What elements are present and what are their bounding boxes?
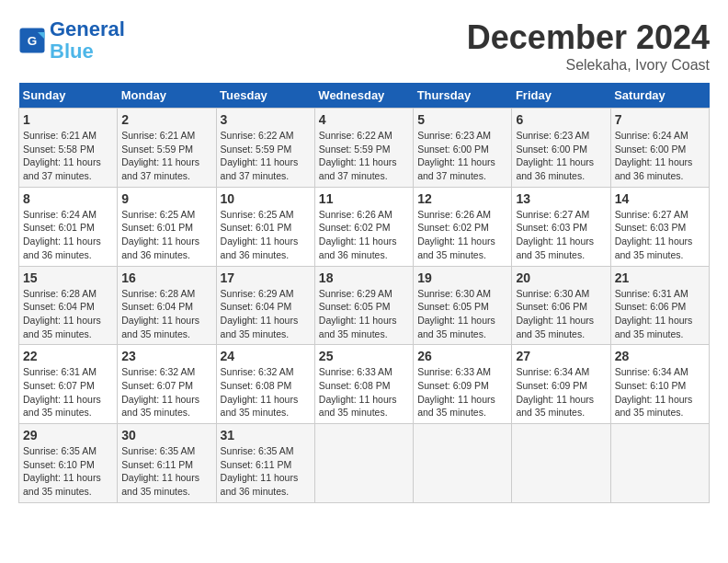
day-info: Sunrise: 6:22 AM Sunset: 5:59 PM Dayligh…	[221, 129, 311, 183]
calendar-week-1: 1Sunrise: 6:21 AM Sunset: 5:58 PM Daylig…	[19, 109, 710, 188]
weekday-header-thursday: Thursday	[414, 83, 512, 109]
day-info: Sunrise: 6:27 AM Sunset: 6:03 PM Dayligh…	[615, 208, 705, 262]
calendar-week-4: 22Sunrise: 6:31 AM Sunset: 6:07 PM Dayli…	[19, 345, 710, 424]
day-cell-20: 20Sunrise: 6:30 AM Sunset: 6:06 PM Dayli…	[512, 266, 610, 345]
day-cell-1: 1Sunrise: 6:21 AM Sunset: 5:58 PM Daylig…	[19, 109, 118, 188]
day-cell-12: 12Sunrise: 6:26 AM Sunset: 6:02 PM Dayli…	[414, 187, 512, 266]
day-cell-25: 25Sunrise: 6:33 AM Sunset: 6:08 PM Dayli…	[314, 345, 413, 424]
day-info: Sunrise: 6:35 AM Sunset: 6:11 PM Dayligh…	[121, 444, 211, 499]
day-number: 19	[417, 270, 507, 285]
day-cell-23: 23Sunrise: 6:32 AM Sunset: 6:07 PM Dayli…	[118, 345, 216, 424]
day-number: 29	[23, 428, 113, 442]
day-number: 8	[23, 191, 113, 206]
title-area: December 2024 Selekaha, Ivory Coast	[467, 18, 710, 74]
day-cell-5: 5Sunrise: 6:23 AM Sunset: 6:00 PM Daylig…	[414, 109, 512, 188]
day-cell-19: 19Sunrise: 6:30 AM Sunset: 6:05 PM Dayli…	[414, 266, 512, 345]
day-number: 21	[615, 270, 705, 285]
day-number: 9	[121, 191, 211, 206]
day-cell-15: 15Sunrise: 6:28 AM Sunset: 6:04 PM Dayli…	[19, 266, 118, 345]
day-number: 5	[417, 112, 507, 127]
day-number: 30	[121, 428, 211, 442]
day-cell-24: 24Sunrise: 6:32 AM Sunset: 6:08 PM Dayli…	[216, 345, 314, 424]
day-number: 20	[516, 270, 606, 285]
day-cell-26: 26Sunrise: 6:33 AM Sunset: 6:09 PM Dayli…	[414, 345, 512, 424]
empty-cell	[512, 424, 610, 503]
day-cell-21: 21Sunrise: 6:31 AM Sunset: 6:06 PM Dayli…	[610, 266, 709, 345]
day-number: 1	[23, 112, 113, 127]
day-info: Sunrise: 6:28 AM Sunset: 6:04 PM Dayligh…	[23, 287, 113, 341]
day-number: 31	[221, 428, 311, 442]
day-cell-6: 6Sunrise: 6:23 AM Sunset: 6:00 PM Daylig…	[512, 109, 610, 188]
day-info: Sunrise: 6:28 AM Sunset: 6:04 PM Dayligh…	[121, 287, 211, 341]
day-info: Sunrise: 6:23 AM Sunset: 6:00 PM Dayligh…	[417, 129, 507, 183]
day-cell-10: 10Sunrise: 6:25 AM Sunset: 6:01 PM Dayli…	[216, 187, 314, 266]
day-info: Sunrise: 6:34 AM Sunset: 6:10 PM Dayligh…	[615, 365, 705, 419]
day-info: Sunrise: 6:30 AM Sunset: 6:05 PM Dayligh…	[417, 287, 507, 341]
day-info: Sunrise: 6:25 AM Sunset: 6:01 PM Dayligh…	[221, 208, 311, 262]
day-cell-28: 28Sunrise: 6:34 AM Sunset: 6:10 PM Dayli…	[610, 345, 709, 424]
day-number: 27	[516, 349, 606, 363]
day-info: Sunrise: 6:31 AM Sunset: 6:07 PM Dayligh…	[23, 365, 113, 419]
day-number: 26	[417, 349, 507, 363]
day-cell-16: 16Sunrise: 6:28 AM Sunset: 6:04 PM Dayli…	[118, 266, 216, 345]
day-info: Sunrise: 6:33 AM Sunset: 6:08 PM Dayligh…	[319, 365, 409, 419]
day-cell-17: 17Sunrise: 6:29 AM Sunset: 6:04 PM Dayli…	[216, 266, 314, 345]
day-cell-8: 8Sunrise: 6:24 AM Sunset: 6:01 PM Daylig…	[19, 187, 118, 266]
day-cell-7: 7Sunrise: 6:24 AM Sunset: 6:00 PM Daylig…	[610, 109, 709, 188]
day-cell-2: 2Sunrise: 6:21 AM Sunset: 5:59 PM Daylig…	[118, 109, 216, 188]
day-cell-4: 4Sunrise: 6:22 AM Sunset: 5:59 PM Daylig…	[314, 109, 413, 188]
location: Selekaha, Ivory Coast	[467, 57, 710, 74]
day-cell-27: 27Sunrise: 6:34 AM Sunset: 6:09 PM Dayli…	[512, 345, 610, 424]
page-header: G General Blue December 2024 Selekaha, I…	[18, 18, 710, 74]
day-number: 15	[23, 270, 113, 285]
day-number: 11	[319, 191, 409, 206]
day-number: 13	[516, 191, 606, 206]
day-number: 24	[221, 349, 311, 363]
day-number: 3	[221, 112, 311, 127]
day-number: 17	[221, 270, 311, 285]
day-cell-22: 22Sunrise: 6:31 AM Sunset: 6:07 PM Dayli…	[19, 345, 118, 424]
weekday-header-sunday: Sunday	[19, 83, 118, 109]
day-info: Sunrise: 6:26 AM Sunset: 6:02 PM Dayligh…	[319, 208, 409, 262]
calendar-week-2: 8Sunrise: 6:24 AM Sunset: 6:01 PM Daylig…	[19, 187, 710, 266]
day-number: 22	[23, 349, 113, 363]
day-info: Sunrise: 6:25 AM Sunset: 6:01 PM Dayligh…	[121, 208, 211, 262]
day-number: 23	[121, 349, 211, 363]
day-info: Sunrise: 6:34 AM Sunset: 6:09 PM Dayligh…	[516, 365, 606, 419]
day-info: Sunrise: 6:33 AM Sunset: 6:09 PM Dayligh…	[417, 365, 507, 419]
logo-text: General Blue	[50, 18, 125, 63]
calendar-week-5: 29Sunrise: 6:35 AM Sunset: 6:10 PM Dayli…	[19, 424, 710, 503]
day-cell-9: 9Sunrise: 6:25 AM Sunset: 6:01 PM Daylig…	[118, 187, 216, 266]
day-info: Sunrise: 6:30 AM Sunset: 6:06 PM Dayligh…	[516, 287, 606, 341]
day-info: Sunrise: 6:22 AM Sunset: 5:59 PM Dayligh…	[319, 129, 409, 183]
weekday-header-wednesday: Wednesday	[314, 83, 413, 109]
day-number: 10	[221, 191, 311, 206]
day-number: 18	[319, 270, 409, 285]
day-number: 2	[121, 112, 211, 127]
weekday-header-tuesday: Tuesday	[216, 83, 314, 109]
logo-icon: G	[18, 27, 46, 54]
day-info: Sunrise: 6:27 AM Sunset: 6:03 PM Dayligh…	[516, 208, 606, 262]
day-cell-29: 29Sunrise: 6:35 AM Sunset: 6:10 PM Dayli…	[19, 424, 118, 503]
month-title: December 2024	[467, 18, 710, 57]
day-info: Sunrise: 6:23 AM Sunset: 6:00 PM Dayligh…	[516, 129, 606, 183]
day-number: 25	[319, 349, 409, 363]
day-info: Sunrise: 6:29 AM Sunset: 6:05 PM Dayligh…	[319, 287, 409, 341]
day-cell-31: 31Sunrise: 6:35 AM Sunset: 6:11 PM Dayli…	[216, 424, 314, 503]
svg-text:G: G	[28, 34, 38, 48]
day-info: Sunrise: 6:35 AM Sunset: 6:11 PM Dayligh…	[221, 444, 311, 499]
weekday-header-saturday: Saturday	[610, 83, 709, 109]
day-number: 12	[417, 191, 507, 206]
empty-cell	[414, 424, 512, 503]
empty-cell	[314, 424, 413, 503]
day-cell-14: 14Sunrise: 6:27 AM Sunset: 6:03 PM Dayli…	[610, 187, 709, 266]
day-info: Sunrise: 6:21 AM Sunset: 5:59 PM Dayligh…	[121, 129, 211, 183]
day-cell-30: 30Sunrise: 6:35 AM Sunset: 6:11 PM Dayli…	[118, 424, 216, 503]
empty-cell	[610, 424, 709, 503]
day-number: 6	[516, 112, 606, 127]
day-cell-13: 13Sunrise: 6:27 AM Sunset: 6:03 PM Dayli…	[512, 187, 610, 266]
day-info: Sunrise: 6:32 AM Sunset: 6:07 PM Dayligh…	[121, 365, 211, 419]
day-number: 28	[615, 349, 705, 363]
day-cell-18: 18Sunrise: 6:29 AM Sunset: 6:05 PM Dayli…	[314, 266, 413, 345]
day-number: 7	[615, 112, 705, 127]
